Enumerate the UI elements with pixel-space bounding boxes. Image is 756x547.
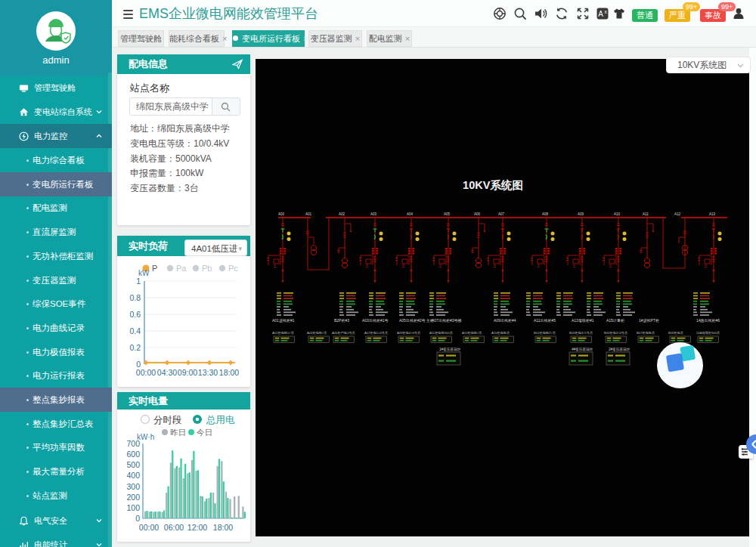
svg-text:A03: A03	[370, 212, 377, 216]
svg-text:Pb: Pb	[202, 264, 212, 273]
svg-text:200: 200	[126, 493, 140, 502]
svg-text:昨日: 昨日	[170, 428, 186, 437]
svg-text:1#变压器温控: 1#变压器温控	[439, 348, 460, 352]
svg-text:4#变压器温控: 4#变压器温控	[572, 348, 593, 352]
svg-text:A01柜电能1#表: A01柜电能1#表	[272, 331, 294, 335]
svg-text:A03柜电能#表: A03柜电能#表	[307, 331, 327, 335]
svg-text:今日: 今日	[197, 428, 212, 437]
svg-text:A13母联柜#1: A13母联柜#1	[572, 318, 594, 323]
svg-text:B05柜电3#4号表: B05柜电3#4号表	[604, 331, 627, 335]
svg-text:18:00: 18:00	[213, 523, 233, 532]
svg-text:A04: A04	[407, 212, 414, 216]
svg-text:A09: A09	[578, 212, 584, 216]
svg-text:1: 1	[136, 277, 141, 286]
svg-text:A13柜电能#表: A13柜电能#表	[462, 331, 482, 335]
svg-text:500: 500	[126, 460, 140, 469]
svg-text:A05: A05	[444, 212, 451, 216]
svg-text:2#变压器温控: 2#变压器温控	[609, 348, 630, 352]
svg-text:0.8: 0.8	[129, 293, 141, 302]
svg-text:14路出线柜#6: 14路出线柜#6	[696, 318, 720, 323]
svg-text:A11柜电能500表: A11柜电能500表	[429, 331, 453, 335]
svg-text:A11: A11	[643, 212, 649, 216]
svg-text:13:30: 13:30	[198, 368, 218, 377]
svg-text:700: 700	[126, 439, 140, 448]
svg-text:A07柜电1#4号表: A07柜电1#4号表	[364, 331, 388, 335]
svg-text:A08: A08	[542, 212, 549, 216]
svg-text:A11出线柜#5: A11出线柜#5	[534, 318, 556, 323]
svg-text:A05出线柜#2号 主柜: A05出线柜#2号 主柜	[399, 318, 434, 323]
svg-text:Pc: Pc	[228, 264, 238, 273]
svg-text:A07: A07	[498, 212, 505, 216]
svg-text:1#进线PT柜: 1#进线PT柜	[639, 318, 659, 323]
svg-text:A: A	[598, 10, 603, 18]
svg-text:B09柜电表: B09柜电表	[668, 331, 683, 335]
svg-text:A05柜产电1号表: A05柜产电1号表	[332, 331, 355, 335]
svg-text:0.6: 0.6	[129, 310, 141, 319]
svg-text:A01: A01	[305, 212, 312, 216]
svg-text:A15计量柜: A15计量柜	[606, 318, 624, 323]
svg-text:10KV系统图: 10KV系统图	[463, 179, 523, 191]
svg-text:A03出线柜#1号: A03出线柜#1号	[362, 318, 388, 323]
svg-text:04:30: 04:30	[157, 368, 177, 377]
svg-text:A06: A06	[474, 212, 481, 216]
svg-text:A13: A13	[709, 212, 716, 216]
svg-text:分时段: 分时段	[153, 415, 182, 425]
svg-text:100: 100	[126, 503, 140, 512]
svg-text:A15柜电能表: A15柜电能表	[491, 331, 510, 335]
svg-text:0: 0	[135, 514, 140, 523]
svg-text:12:00: 12:00	[187, 523, 207, 532]
svg-text:18:00: 18:00	[219, 368, 239, 377]
svg-text:400: 400	[126, 471, 140, 480]
svg-text:A01进线柜#1: A01进线柜#1	[272, 318, 295, 323]
svg-text:A02: A02	[339, 212, 345, 216]
svg-text:A12: A12	[674, 212, 681, 216]
svg-text:600: 600	[126, 450, 140, 459]
svg-text:Pa: Pa	[176, 264, 187, 273]
svg-text:00:00: 00:00	[136, 368, 156, 377]
svg-text:A00: A00	[278, 212, 285, 216]
svg-text:A09出线柜#4: A09出线柜#4	[494, 318, 516, 323]
svg-text:0.2: 0.2	[129, 343, 141, 352]
svg-text:300: 300	[126, 482, 140, 491]
svg-text:A07出线柜#3号楼: A07出线柜#3号楼	[432, 318, 461, 323]
svg-text:B07柜电能表: B07柜电能表	[637, 331, 655, 335]
svg-text:总用电: 总用电	[206, 415, 235, 425]
svg-text:P: P	[152, 264, 157, 273]
svg-text:06:00: 06:00	[164, 523, 184, 532]
svg-text:0.4: 0.4	[129, 326, 141, 335]
svg-text:B01柜电能2#表: B01柜电能2#表	[534, 331, 556, 335]
svg-text:00:00: 00:00	[139, 523, 159, 532]
svg-text:B2P柜#3: B2P柜#3	[334, 318, 349, 323]
svg-text:14A母联柜500表: 14A母联柜500表	[696, 331, 720, 335]
svg-text:09:00: 09:00	[178, 368, 197, 377]
svg-text:A09柜电4#4号表: A09柜电4#4号表	[397, 331, 420, 335]
svg-text:B03柜电3#1号表: B03柜电3#1号表	[569, 331, 593, 335]
svg-text:A10: A10	[614, 212, 621, 216]
